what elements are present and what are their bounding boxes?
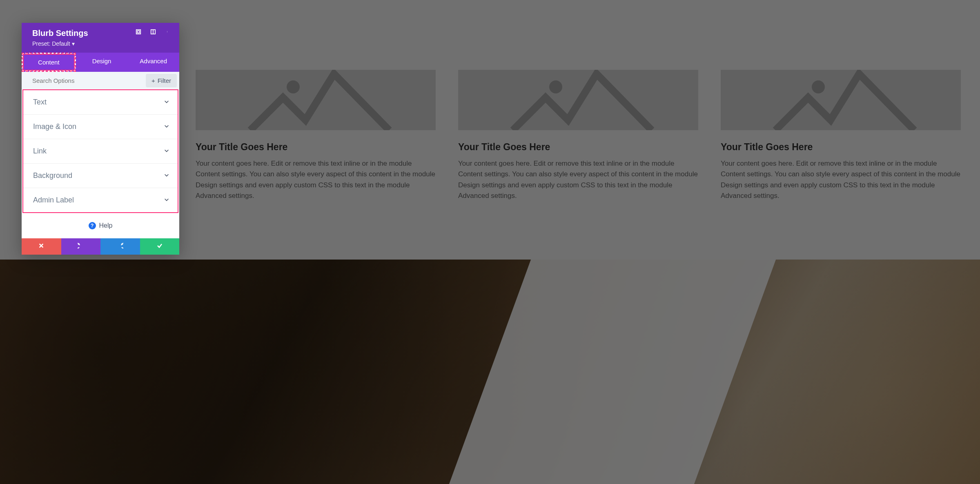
redo-button[interactable] — [100, 238, 140, 255]
tabs: Content Design Advanced — [22, 53, 179, 72]
tab-design[interactable]: Design — [76, 53, 128, 72]
help-button[interactable]: ? Help — [22, 213, 179, 238]
preset-dropdown[interactable]: Preset: Default ▾ — [32, 40, 88, 47]
panel-header[interactable]: Blurb Settings Preset: Default ▾ — [22, 23, 179, 53]
help-icon: ? — [89, 222, 96, 229]
preset-label: Preset: Default — [32, 40, 70, 47]
action-bar — [22, 238, 179, 255]
save-button[interactable] — [140, 238, 180, 255]
undo-icon — [78, 242, 84, 251]
tab-advanced[interactable]: Advanced — [127, 53, 179, 72]
panel-title: Blurb Settings — [32, 29, 88, 38]
chevron-down-icon — [164, 147, 169, 155]
svg-point-12 — [167, 32, 167, 33]
snap-icon[interactable] — [150, 29, 156, 35]
section-label: Image & Icon — [33, 122, 76, 131]
filter-button[interactable]: + Filter — [146, 74, 177, 87]
section-label: Text — [33, 98, 47, 107]
cancel-button[interactable] — [22, 238, 61, 255]
help-label: Help — [99, 222, 113, 229]
check-icon — [156, 242, 163, 251]
chevron-down-icon — [164, 98, 169, 107]
svg-rect-7 — [137, 31, 139, 33]
filter-label: Filter — [158, 77, 171, 84]
undo-button[interactable] — [61, 238, 101, 255]
chevron-down-icon — [164, 171, 169, 180]
accordion: Text Image & Icon Link Background Admin … — [22, 89, 178, 213]
section-background[interactable]: Background — [23, 163, 178, 188]
expand-icon[interactable] — [135, 29, 142, 35]
chevron-down-icon — [164, 122, 169, 131]
section-link[interactable]: Link — [23, 139, 178, 163]
section-text[interactable]: Text — [23, 89, 178, 114]
section-label: Background — [33, 171, 72, 180]
section-label: Admin Label — [33, 196, 74, 204]
tab-content[interactable]: Content — [22, 53, 76, 72]
settings-panel: Blurb Settings Preset: Default ▾ Content… — [22, 23, 179, 255]
plus-icon: + — [151, 77, 155, 84]
redo-icon — [117, 242, 123, 251]
close-icon — [38, 243, 44, 250]
panel-header-icons — [135, 29, 171, 35]
search-row: + Filter — [22, 72, 179, 89]
panel-title-block: Blurb Settings Preset: Default ▾ — [32, 29, 88, 47]
section-admin-label[interactable]: Admin Label — [23, 188, 178, 212]
more-icon[interactable] — [165, 29, 171, 35]
caret-down-icon: ▾ — [72, 40, 75, 47]
section-image-icon[interactable]: Image & Icon — [23, 114, 178, 139]
svg-point-11 — [167, 31, 167, 32]
svg-point-10 — [167, 31, 167, 31]
chevron-down-icon — [164, 196, 169, 204]
svg-rect-6 — [136, 30, 141, 34]
search-input[interactable] — [22, 72, 143, 89]
section-label: Link — [33, 147, 47, 155]
